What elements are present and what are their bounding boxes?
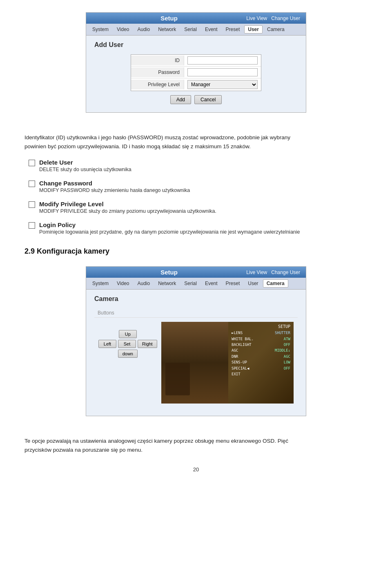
modify-privilege-content: Modify Privilege Level MODIFY PRIVILEGE … — [39, 201, 368, 214]
privilege-label: Privilege Level — [131, 80, 184, 89]
modify-privilege-title: Modify Privilege Level — [39, 201, 368, 207]
page-number: 20 — [24, 466, 368, 473]
osd-setup-title: SETUP — [232, 324, 290, 329]
privilege-select[interactable]: Manager Operator Guest — [187, 80, 258, 89]
footer-text: Te opcje pozwalają na ustawienia analogo… — [24, 437, 368, 454]
nav-video-2[interactable]: Video — [113, 279, 133, 288]
change-password-checkbox — [29, 181, 35, 187]
add-button[interactable]: Add — [170, 95, 191, 104]
login-policy-checkbox — [29, 222, 35, 229]
nav-audio-2[interactable]: Audio — [134, 279, 154, 288]
modify-privilege-desc: MODIFY PRIVILEGE służy do zmiany poziomu… — [39, 208, 368, 214]
setup-header-1: Setup Live View Change User — [86, 13, 306, 24]
osd-row-dnr: DNRAGC — [232, 354, 290, 359]
nav-system-2[interactable]: System — [89, 279, 112, 288]
change-password-content: Change Password MODIFY PASSWORD służy zm… — [39, 180, 368, 193]
intro-text: Identyfikator (ID) użytkownika i jego ha… — [24, 133, 368, 151]
camera-title: Camera — [94, 295, 298, 303]
setup-title-1: Setup — [92, 15, 246, 22]
password-label: Password — [131, 67, 184, 77]
login-policy-content: Login Policy Pominięcie logowania jest p… — [39, 221, 368, 235]
delete-user-content: Delete User DELETE służy do usunięcia uż… — [39, 159, 368, 172]
id-field — [184, 55, 261, 66]
osd-overlay: SETUP ►LENSSHUTTER WHITE BAL.ATW BACKLIG… — [161, 322, 294, 404]
change-password-title: Change Password — [39, 180, 368, 187]
nav-camera-2[interactable]: Camera — [263, 279, 288, 288]
nav-event-2[interactable]: Event — [201, 279, 221, 288]
form-row-password: Password — [131, 67, 261, 78]
osd-row-sensup: SENS-UPLOW — [232, 359, 290, 365]
footer-line2: przycisków pozwala na poruszanie się po … — [24, 446, 368, 455]
camera-controls: Up Left Set Right down — [98, 330, 157, 358]
add-user-form: ID Password Privilege Level — [131, 54, 261, 91]
nav-user-1[interactable]: User — [244, 25, 263, 33]
nav-preset-2[interactable]: Preset — [222, 279, 244, 288]
add-user-title: Add User — [94, 41, 298, 49]
osd-row-agc: AGCMIDDLE↓ — [232, 348, 290, 353]
setup-content-2: Camera Buttons Up Left Set Right down — [86, 290, 306, 416]
password-input[interactable] — [187, 68, 258, 76]
nav-network-1[interactable]: Network — [154, 25, 180, 33]
setup-header-2: Setup Live View Change User — [86, 267, 306, 278]
camera-buttons-label: Buttons — [94, 308, 298, 318]
section-heading-camera: 2.9 Konfiguracja kamery — [24, 247, 368, 256]
change-user-link-2[interactable]: Change User — [271, 270, 300, 275]
password-field — [184, 67, 261, 78]
header-links-1: Live View Change User — [246, 16, 300, 21]
video-background: SETUP ►LENSSHUTTER WHITE BAL.ATW BACKLIG… — [161, 322, 294, 404]
setup-content-1: Add User ID Password — [86, 36, 306, 112]
id-input[interactable] — [187, 56, 258, 65]
osd-row-backlight: BACKLIGHTOFF — [232, 342, 290, 348]
login-policy-title: Login Policy — [39, 221, 368, 228]
nav-event-1[interactable]: Event — [201, 25, 221, 33]
form-row-id: ID — [131, 55, 261, 67]
delete-user-title: Delete User — [39, 159, 368, 166]
intro-line2: powinien być poziom uprzywilejowania. ID… — [24, 142, 368, 151]
modify-privilege-checkbox — [29, 201, 35, 208]
up-button[interactable]: Up — [119, 330, 137, 338]
nav-video-1[interactable]: Video — [113, 25, 133, 33]
osd-row-white: WHITE BAL.ATW — [232, 336, 290, 342]
intro-line1: Identyfikator (ID) użytkownika i jego ha… — [24, 133, 368, 142]
osd-row-exit: EXIT — [232, 371, 290, 377]
id-label: ID — [131, 56, 184, 65]
nav-system-1[interactable]: System — [89, 25, 112, 33]
setup-panel-1: Setup Live View Change User System Video… — [86, 12, 306, 113]
change-user-link-1[interactable]: Change User — [271, 16, 300, 21]
setup-nav-1: System Video Audio Network Serial Event … — [86, 24, 306, 36]
delete-user-checkbox — [29, 160, 35, 166]
footer-line1: Te opcje pozwalają na ustawienia analogo… — [24, 437, 368, 446]
setup-panel-2: Setup Live View Change User System Video… — [86, 266, 306, 416]
section-modify-privilege: Modify Privilege Level MODIFY PRIVILEGE … — [29, 201, 368, 214]
privilege-field: Manager Operator Guest — [184, 78, 261, 91]
login-policy-desc: Pominięcie logowania jest przydatne, gdy… — [39, 229, 368, 235]
left-button[interactable]: Left — [98, 340, 116, 348]
down-button[interactable]: down — [118, 350, 138, 358]
delete-user-desc: DELETE służy do usunięcia użytkownika — [39, 167, 368, 172]
nav-preset-1[interactable]: Preset — [222, 25, 244, 33]
nav-network-2[interactable]: Network — [154, 279, 180, 288]
nav-serial-1[interactable]: Serial — [180, 25, 200, 33]
nav-audio-1[interactable]: Audio — [134, 25, 154, 33]
form-actions: Add Cancel — [94, 95, 298, 104]
camera-video: SETUP ►LENSSHUTTER WHITE BAL.ATW BACKLIG… — [161, 322, 294, 404]
osd-row-lens: ►LENSSHUTTER — [232, 330, 290, 336]
section-login-policy: Login Policy Pominięcie logowania jest p… — [29, 221, 368, 235]
change-password-desc: MODIFY PASSWORD służy zmienieniu hasła d… — [39, 187, 368, 193]
right-button[interactable]: Right — [138, 340, 157, 348]
nav-serial-2[interactable]: Serial — [180, 279, 200, 288]
nav-user-2[interactable]: User — [244, 279, 262, 288]
setup-nav-2: System Video Audio Network Serial Event … — [86, 278, 306, 290]
osd-row-special: SPECIAL◀OFF — [232, 366, 290, 371]
cancel-button[interactable]: Cancel — [194, 95, 222, 104]
live-view-link-1[interactable]: Live View — [246, 16, 267, 21]
live-view-link-2[interactable]: Live View — [246, 270, 267, 275]
setup-title-2: Setup — [92, 269, 246, 276]
header-links-2: Live View Change User — [246, 270, 300, 275]
section-change-password: Change Password MODIFY PASSWORD służy zm… — [29, 180, 368, 193]
camera-content: Up Left Set Right down — [94, 318, 298, 408]
nav-camera-1[interactable]: Camera — [263, 25, 288, 33]
form-row-privilege: Privilege Level Manager Operator Guest — [131, 78, 261, 91]
sections-list: Delete User DELETE służy do usunięcia uż… — [29, 159, 368, 235]
set-button[interactable]: Set — [118, 340, 136, 348]
